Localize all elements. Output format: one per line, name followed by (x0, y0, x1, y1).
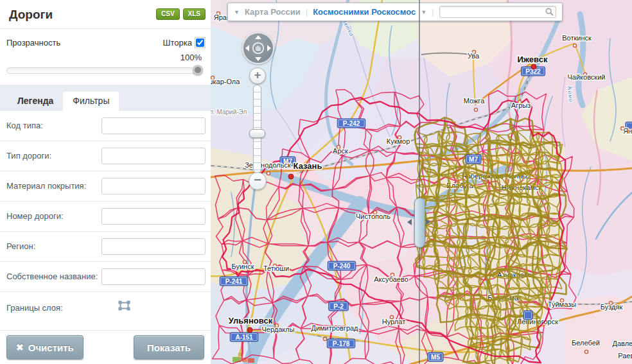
road-badge-label: М5 (431, 354, 440, 361)
road-badge-label: Р-178 (333, 340, 350, 347)
base-layer-dropdown-arrow[interactable]: ▼ (234, 9, 240, 15)
panel-tabs: Легенда Фильтры (0, 85, 211, 111)
city-label: Нурлат (382, 318, 405, 325)
city-label: Агрыз (511, 101, 531, 109)
zoom-in-button[interactable]: + (249, 67, 266, 84)
city-dot (247, 327, 252, 333)
filter-road-type-label: Тип дороги: (6, 148, 101, 161)
road-badge-label: Р-242 (343, 120, 360, 127)
curtain-right-arrow-icon[interactable] (426, 219, 430, 225)
city-label: Тетюши (263, 264, 289, 272)
map-search-input[interactable] (439, 6, 556, 18)
map-search (439, 6, 556, 18)
road-badge-label: М7 (469, 156, 478, 163)
filter-road-type-input[interactable] (101, 148, 206, 164)
filter-row-own-name: Собственное название: (0, 262, 211, 292)
map: ЕлабугаНабережные ЧелныНижнекамскАзнакае… (211, 0, 632, 364)
map-layer-switcher: ▼ Карта России | Космоснимки Роскосмос ▼… (227, 3, 563, 21)
curtain-handle[interactable] (414, 198, 425, 248)
search-icon[interactable] (545, 8, 554, 16)
curtain-label: Шторка (163, 38, 192, 48)
transparency-slider-track[interactable] (6, 67, 199, 74)
tab-legend[interactable]: Легенда (8, 92, 63, 111)
panel-header: Дороги CSV XLS (0, 0, 211, 28)
toolbar-separator: | (306, 7, 308, 17)
city-dot (474, 108, 477, 111)
zoom-slider[interactable] (253, 85, 261, 173)
transparency-slider-thumb[interactable] (193, 65, 203, 75)
curtain-checkbox[interactable] (196, 39, 204, 47)
transparency-section: Прозрачность Шторка 100% (0, 28, 211, 76)
filter-surface-material-input[interactable] (101, 178, 206, 195)
export-xls-button[interactable]: XLS (183, 8, 206, 20)
pan-right-arrow-icon[interactable] (267, 45, 271, 51)
zoom-slider-handle[interactable] (249, 129, 265, 138)
show-button[interactable]: Показать (134, 335, 204, 360)
city-label: Давлеканово (613, 340, 632, 347)
city-dot (531, 64, 536, 69)
city-label: Буинск (231, 263, 254, 270)
filter-type-code-input[interactable] (101, 117, 206, 134)
region-label: Респ. Марий-Эл (211, 108, 247, 116)
city-label: Йошкар-Ола (211, 78, 240, 85)
city-label: Воткинск (562, 34, 592, 42)
city-label: Ульяновск (229, 316, 273, 325)
city-label: Ува (468, 52, 480, 60)
clear-button[interactable]: ✖ Очистить (6, 335, 83, 360)
layer-bounds-label: Границы слоя: (6, 300, 109, 313)
city-label: Кукмор (387, 137, 410, 145)
polygon-select-icon[interactable] (118, 300, 130, 311)
export-buttons: CSV XLS (156, 8, 206, 20)
city-label: Можга (464, 97, 485, 105)
tab-filters[interactable]: Фильтры (63, 92, 119, 111)
toolbar-separator: | (432, 7, 434, 17)
filter-surface-material-label: Материал покрытия: (6, 178, 101, 191)
clear-x-icon: ✖ (16, 342, 24, 352)
transparency-slider[interactable] (6, 65, 203, 76)
road-badge-label: Р-240 (333, 263, 351, 270)
page-title: Дороги (9, 8, 53, 22)
city-label: Аксубаево (374, 275, 408, 283)
curtain-left-arrow-icon[interactable] (407, 219, 412, 225)
pan-down-arrow-icon[interactable] (255, 57, 261, 61)
filter-type-code-label: Код типа: (6, 117, 101, 131)
filter-own-name-label: Собственное название: (6, 268, 101, 282)
active-layer-dropdown-arrow[interactable]: ▼ (421, 9, 426, 15)
filter-row-surface-material: Материал покрытия: (0, 171, 211, 202)
clear-button-label: Очистить (28, 342, 74, 353)
city-dot (267, 171, 270, 175)
city-label: Чердаклы (261, 325, 294, 333)
pan-left-arrow-icon[interactable] (245, 45, 249, 51)
road-badge-label: Р-241 (225, 278, 243, 285)
map-canvas[interactable]: ЕлабугаНабережные ЧелныНижнекамскАзнакае… (211, 0, 632, 364)
filter-region-label: Регион: (6, 238, 101, 252)
city-label: Казань (294, 161, 322, 171)
filter-road-number-label: Номер дороги: (6, 208, 101, 221)
filter-row-road-type: Тип дороги: (0, 141, 211, 171)
city-label: Чистополь (356, 212, 391, 220)
city-dot (573, 44, 576, 47)
roads-panel: Дороги CSV XLS Прозрачность Шторка 100% … (0, 0, 211, 364)
filter-region-input[interactable] (101, 238, 206, 255)
pan-control[interactable] (242, 32, 274, 64)
zoom-out-button[interactable]: − (249, 172, 267, 190)
active-layer-label[interactable]: Космоснимки Роскосмос (313, 7, 416, 17)
filter-own-name-input[interactable] (101, 268, 206, 285)
city-label: Арск (333, 147, 348, 155)
road-badge-label: А-151 (235, 334, 253, 341)
city-label: Буздяк (601, 303, 623, 311)
base-layer-label[interactable]: Карта России (245, 7, 301, 17)
filter-row-type-code: Код типа: (0, 111, 211, 141)
curtain-divider[interactable] (419, 0, 420, 364)
transparency-label: Прозрачность (6, 38, 60, 48)
city-label: Зеленодольск (245, 161, 291, 169)
city-label: Димитровград (311, 324, 358, 332)
city-label: Янаул (623, 127, 632, 135)
export-csv-button[interactable]: CSV (156, 8, 180, 20)
show-button-label: Показать (147, 342, 191, 353)
pan-up-arrow-icon[interactable] (255, 35, 261, 39)
filters-form: Код типа:Тип дороги:Материал покрытия:Но… (0, 111, 211, 292)
filter-road-number-input[interactable] (101, 208, 206, 225)
layer-bounds-row: Границы слоя: (0, 292, 211, 321)
city-dot (288, 174, 294, 179)
